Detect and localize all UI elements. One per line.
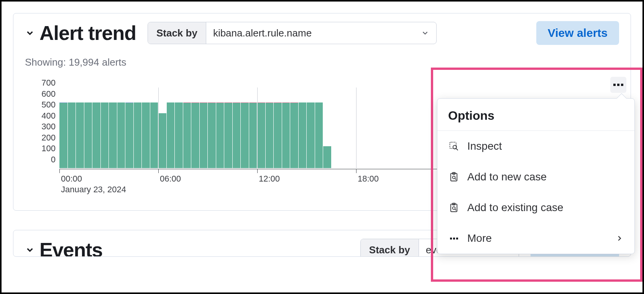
view-alerts-button[interactable]: View alerts [536,21,619,45]
chart-bar[interactable] [208,102,216,168]
events-toggle[interactable]: Events [25,238,103,257]
chart-bar[interactable] [307,102,315,168]
options-popover-title: Options [437,99,634,131]
chart-bar[interactable] [191,102,199,168]
chart-bar[interactable] [274,102,282,168]
svg-point-5 [453,176,455,179]
chart-bar[interactable] [101,102,109,168]
alert-trend-toggle[interactable]: Alert trend [25,21,136,45]
stack-by-label: Stack by [148,22,206,44]
showing-count: Showing: 19,994 alerts [25,56,619,68]
ellipsis-icon [448,233,460,244]
x-tick-label: 06:00 [160,174,181,184]
svg-line-6 [455,178,456,180]
stack-by-select[interactable]: kibana.alert.rule.name [206,22,436,44]
chart-bar[interactable] [68,102,76,168]
x-tick-label: 00:00 [61,174,82,184]
chart-bar[interactable] [257,102,265,168]
chart-bar[interactable] [233,102,241,168]
svg-line-2 [456,149,458,150]
chart-bar[interactable] [290,102,298,168]
alert-trend-title: Alert trend [39,21,136,45]
stack-by-value: kibana.alert.rule.name [213,27,312,39]
chevron-down-icon [25,28,35,38]
y-tick-label: 400 [41,111,56,121]
events-title: Events [39,238,103,257]
chart-bar[interactable] [167,102,175,168]
alert-trend-header: Alert trend Stack by kibana.alert.rule.n… [25,21,619,45]
x-tick-label: 18:00 [358,174,379,184]
chart-bar[interactable] [224,102,232,168]
chart-bar[interactable] [315,102,323,168]
chart-bar[interactable] [299,102,307,168]
chevron-down-icon [25,245,35,255]
options-inspect[interactable]: Inspect [437,131,634,162]
svg-line-10 [455,209,456,210]
chevron-right-icon [615,234,624,243]
panel-options-button[interactable] [610,77,626,93]
clipboard-search-icon [448,171,460,183]
clipboard-search-icon [448,202,460,213]
chart-bar[interactable] [200,102,208,168]
chart-bar[interactable] [117,102,125,168]
y-tick-label: 100 [41,144,56,154]
chart-bar[interactable] [241,102,249,168]
chart-bar[interactable] [323,146,331,168]
options-popover: Options Inspect Add to new case Add to e… [437,98,635,254]
chart-bar[interactable] [266,102,274,168]
options-add-existing-case-label: Add to existing case [467,202,564,214]
events-stack-by-label: Stack by [361,239,419,257]
ellipsis-icon [613,84,616,86]
grid-line [158,88,159,168]
stack-by-control: Stack by kibana.alert.rule.name [148,22,437,44]
options-more[interactable]: More [437,223,634,254]
chart-y-axis: 0100200300400500600700 [25,88,59,168]
inspect-icon [448,140,460,152]
svg-point-9 [453,207,455,210]
chart-bar[interactable] [142,102,150,168]
chart-bar[interactable] [134,102,142,168]
chart-bar[interactable] [109,102,117,168]
chart-bar[interactable] [158,113,166,168]
y-tick-label: 700 [41,78,56,88]
chart-bar[interactable] [175,102,183,168]
options-add-existing-case[interactable]: Add to existing case [437,192,634,223]
options-more-label: More [467,232,492,244]
y-tick-label: 0 [51,155,56,165]
y-tick-label: 500 [41,100,56,110]
chart-bar[interactable] [59,102,67,168]
chart-bar[interactable] [249,102,257,168]
grid-line [356,88,356,168]
chart-bar[interactable] [150,102,158,168]
chart-bar[interactable] [216,102,224,168]
view-alerts-label: View alerts [548,26,608,40]
chart-bar[interactable] [183,102,191,168]
grid-line [257,88,258,168]
chart-bar[interactable] [92,102,100,168]
y-tick-label: 600 [41,89,56,99]
options-add-new-case-label: Add to new case [467,171,547,183]
options-add-new-case[interactable]: Add to new case [437,162,634,192]
chevron-down-icon [421,29,429,37]
options-inspect-label: Inspect [467,140,502,152]
y-tick-label: 200 [41,133,56,143]
x-axis-date: January 23, 2024 [61,185,126,195]
y-tick-label: 300 [41,122,56,132]
x-tick-label: 12:00 [259,174,280,184]
chart-bar[interactable] [76,102,84,168]
chart-bar[interactable] [125,102,133,168]
chart-bar[interactable] [282,102,290,168]
chart-bar[interactable] [84,102,92,168]
